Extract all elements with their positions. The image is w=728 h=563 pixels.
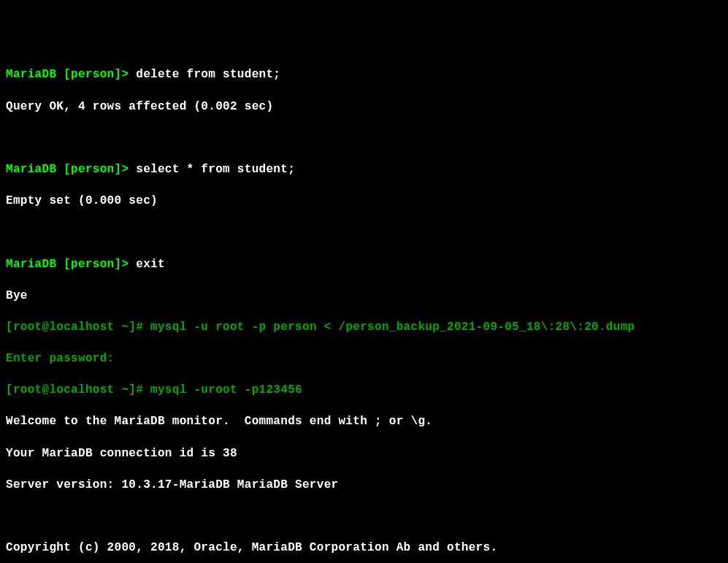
sql-line: MariaDB [person]> exit <box>6 257 722 273</box>
sql-command: delete from student; <box>129 68 280 81</box>
query-result: Empty set (0.000 sec) <box>6 194 722 210</box>
shell-prompt: [root@localhost ~]# <box>6 321 143 334</box>
shell-command: mysql -uroot -p123456 <box>143 383 302 397</box>
welcome-msg: Welcome to the MariaDB monitor. Commands… <box>6 414 722 430</box>
server-version: Server version: 10.3.17-MariaDB MariaDB … <box>6 478 722 494</box>
blank-line <box>6 131 722 147</box>
shell-command: mysql -u root -p person < /person_backup… <box>143 321 635 334</box>
sql-line: MariaDB [person]> delete from student; <box>6 67 722 83</box>
mariadb-prompt: MariaDB [person]> <box>6 68 129 81</box>
copyright-msg: Copyright (c) 2000, 2018, Oracle, MariaD… <box>6 540 722 556</box>
blank-line <box>6 509 722 525</box>
query-result: Query OK, 4 rows affected (0.002 sec) <box>6 99 722 115</box>
shell-prompt: [root@localhost ~]# <box>6 383 143 397</box>
blank-line <box>6 225 722 241</box>
shell-line: [root@localhost ~]# mysql -u root -p per… <box>6 320 722 336</box>
bye-msg: Bye <box>6 288 722 305</box>
connection-id: Your MariaDB connection id is 38 <box>6 446 722 462</box>
sql-command: select * from student; <box>129 163 295 176</box>
mariadb-prompt: MariaDB [person]> <box>6 163 129 176</box>
password-prompt: Enter password: <box>6 351 722 367</box>
mariadb-prompt: MariaDB [person]> <box>6 258 129 271</box>
shell-line: [root@localhost ~]# mysql -uroot -p12345… <box>6 383 722 399</box>
sql-command: exit <box>129 258 165 271</box>
sql-line: MariaDB [person]> select * from student; <box>6 162 722 178</box>
